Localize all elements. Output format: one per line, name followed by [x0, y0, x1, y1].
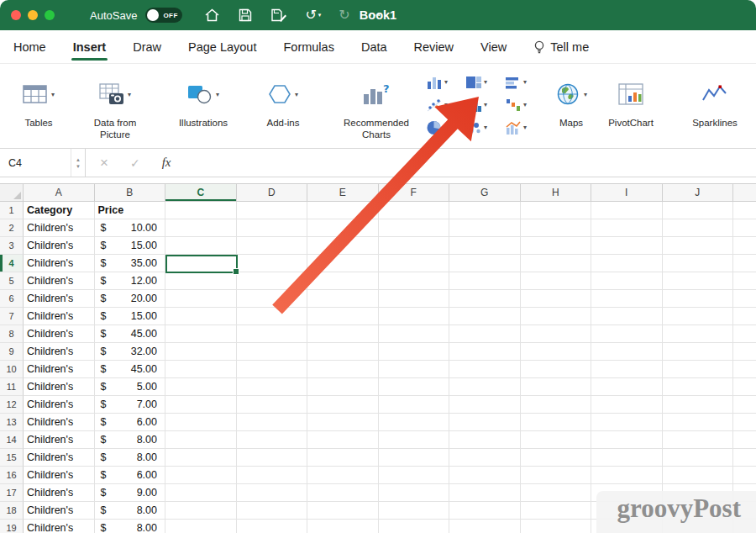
- select-all-corner[interactable]: [0, 184, 24, 201]
- row-header-19[interactable]: 19: [0, 520, 24, 533]
- cell-B12[interactable]: $7.00: [95, 396, 166, 414]
- cell-J4[interactable]: [663, 255, 734, 272]
- cell-H4[interactable]: [521, 255, 592, 272]
- cell-D13[interactable]: [237, 414, 308, 431]
- row-header-3[interactable]: 3: [0, 237, 24, 255]
- tab-view[interactable]: View: [480, 30, 507, 63]
- cell-B15[interactable]: $8.00: [95, 449, 166, 467]
- cell-F7[interactable]: [379, 308, 450, 325]
- cell-I10[interactable]: [591, 361, 663, 378]
- cell-A8[interactable]: Children's: [24, 325, 95, 343]
- cell-C7[interactable]: [165, 308, 237, 325]
- cell-H18[interactable]: [521, 502, 592, 520]
- cell-B9[interactable]: $32.00: [95, 343, 166, 361]
- cell-H11[interactable]: [521, 378, 592, 396]
- cell-F5[interactable]: [379, 272, 450, 290]
- cell-J1[interactable]: [663, 202, 734, 219]
- tab-review[interactable]: Review: [414, 30, 454, 63]
- cell-J7[interactable]: [663, 308, 734, 325]
- cell-D15[interactable]: [237, 449, 308, 467]
- bubble-chart-button[interactable]: ▾: [464, 116, 503, 139]
- cell-A2[interactable]: Children's: [24, 219, 95, 237]
- cell-I1[interactable]: [591, 202, 663, 219]
- cell-G18[interactable]: [449, 502, 521, 520]
- row-header-13[interactable]: 13: [0, 414, 24, 431]
- cell-B19[interactable]: $8.00: [95, 520, 166, 533]
- row-header-14[interactable]: 14: [0, 431, 24, 449]
- cell-F8[interactable]: [379, 325, 450, 343]
- cell-A16[interactable]: Children's: [24, 467, 95, 484]
- cell-C18[interactable]: [165, 502, 237, 520]
- row-header-10[interactable]: 10: [0, 361, 24, 378]
- cell-H19[interactable]: [521, 520, 592, 533]
- cell-F18[interactable]: [379, 502, 450, 520]
- cell-D1[interactable]: [237, 202, 308, 219]
- cell-F12[interactable]: [379, 396, 450, 414]
- cell-E6[interactable]: [307, 290, 379, 308]
- cell-A10[interactable]: Children's: [24, 361, 95, 378]
- cell-E14[interactable]: [307, 431, 379, 449]
- cell-F19[interactable]: [379, 520, 450, 533]
- cell-E8[interactable]: [307, 325, 379, 343]
- row-header-7[interactable]: 7: [0, 308, 24, 325]
- row-header-8[interactable]: 8: [0, 325, 24, 343]
- cell-D5[interactable]: [237, 272, 308, 290]
- cell-G11[interactable]: [449, 378, 521, 396]
- cell-G8[interactable]: [449, 325, 521, 343]
- formula-input[interactable]: [186, 149, 756, 177]
- cell-D7[interactable]: [237, 308, 308, 325]
- cell-B6[interactable]: $20.00: [95, 290, 166, 308]
- cell-H14[interactable]: [521, 431, 592, 449]
- cell-C10[interactable]: [165, 361, 237, 378]
- tab-page-layout[interactable]: Page Layout: [188, 30, 256, 63]
- cell-F13[interactable]: [379, 414, 450, 431]
- cell-A1[interactable]: Category: [24, 202, 95, 219]
- cell-D6[interactable]: [237, 290, 308, 308]
- row-header-9[interactable]: 9: [0, 343, 24, 361]
- cell-I3[interactable]: [591, 237, 663, 255]
- cell-I13[interactable]: [591, 414, 663, 431]
- cell-C15[interactable]: [165, 449, 237, 467]
- column-header-b[interactable]: B: [95, 184, 166, 201]
- row-header-18[interactable]: 18: [0, 502, 24, 520]
- cell-J16[interactable]: [663, 467, 734, 484]
- cell-J2[interactable]: [663, 219, 734, 237]
- cell-G1[interactable]: [449, 202, 521, 219]
- cell-I5[interactable]: [591, 272, 663, 290]
- row-header-17[interactable]: 17: [0, 484, 24, 502]
- pie-chart-button[interactable]: ▾: [424, 116, 464, 139]
- cell-H9[interactable]: [521, 343, 592, 361]
- cell-D2[interactable]: [237, 219, 308, 237]
- cell-A7[interactable]: Children's: [24, 308, 95, 325]
- cell-I2[interactable]: [591, 219, 663, 237]
- cell-B7[interactable]: $15.00: [95, 308, 166, 325]
- combo-chart-button[interactable]: ▾: [503, 116, 543, 139]
- cell-A4[interactable]: Children's: [24, 255, 95, 272]
- column-header-j[interactable]: J: [663, 184, 734, 201]
- cell-G9[interactable]: [449, 343, 521, 361]
- cell-D16[interactable]: [237, 467, 308, 484]
- pivotchart-button[interactable]: PivotChart: [600, 72, 662, 129]
- cell-E4[interactable]: [307, 255, 379, 272]
- cell-B8[interactable]: $45.00: [95, 325, 166, 343]
- cell-I15[interactable]: [591, 449, 663, 467]
- cell-B5[interactable]: $12.00: [95, 272, 166, 290]
- autosave-toggle[interactable]: OFF: [145, 8, 182, 23]
- cell-D8[interactable]: [237, 325, 308, 343]
- cell-I6[interactable]: [591, 290, 663, 308]
- waterfall-chart-button[interactable]: ▾: [503, 93, 543, 116]
- cell-C19[interactable]: [165, 520, 237, 533]
- tab-tell-me[interactable]: Tell me: [533, 30, 589, 63]
- cell-G19[interactable]: [449, 520, 521, 533]
- cell-C11[interactable]: [165, 378, 237, 396]
- enter-icon[interactable]: ✓: [119, 156, 151, 170]
- cell-A18[interactable]: Children's: [24, 502, 95, 520]
- cell-H6[interactable]: [521, 290, 592, 308]
- cell-B4[interactable]: $35.00: [95, 255, 166, 272]
- cell-C5[interactable]: [165, 272, 237, 290]
- cell-J12[interactable]: [663, 396, 734, 414]
- row-header-15[interactable]: 15: [0, 449, 24, 467]
- cell-J15[interactable]: [663, 449, 734, 467]
- row-header-12[interactable]: 12: [0, 396, 24, 414]
- cell-C17[interactable]: [165, 484, 237, 502]
